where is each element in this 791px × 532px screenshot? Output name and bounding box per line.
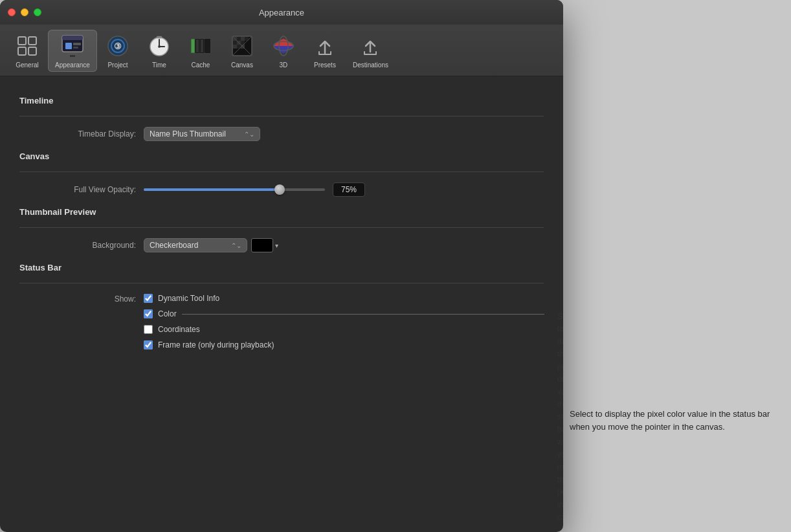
svg-rect-23 [205, 39, 210, 53]
app-window: Appearance General [0, 0, 563, 532]
svg-rect-10 [70, 55, 75, 57]
svg-rect-25 [196, 39, 199, 52]
swatch-dropdown-arrow[interactable]: ▾ [275, 242, 278, 249]
destinations-icon [357, 33, 383, 59]
coordinates-label: Coordinates [158, 325, 200, 334]
timeline-title: Timeline [19, 96, 544, 105]
svg-rect-24 [192, 39, 194, 52]
toolbar-item-project[interactable]: ③ Project [97, 30, 139, 72]
toolbar-item-3d[interactable]: 3D [263, 30, 304, 72]
background-select[interactable]: Checkerboard ⌃⌄ [144, 238, 247, 252]
toolbar-item-canvas[interactable]: Canvas [221, 30, 263, 72]
appearance-label: Appearance [55, 61, 90, 69]
external-tooltip: Select to display the pixel color value … [563, 401, 777, 440]
checkbox-row-frame-rate: Frame rate (only during playback) [144, 340, 544, 349]
color-label: Color [158, 309, 177, 318]
timebar-display-value: Name Plus Thumbnail [150, 129, 226, 139]
toolbar-item-cache[interactable]: Cache [180, 30, 221, 72]
traffic-lights [8, 8, 41, 16]
thumbnail-preview-section: Thumbnail Preview Background: Checkerboa… [19, 207, 544, 252]
svg-rect-9 [68, 53, 77, 55]
presets-label: Presets [314, 61, 336, 69]
project-label: Project [107, 61, 128, 69]
thumbnail-preview-title: Thumbnail Preview [19, 207, 544, 217]
toolbar-item-presets[interactable]: Presets [304, 30, 346, 72]
svg-rect-29 [237, 37, 241, 41]
toolbar-item-general[interactable]: General [6, 30, 48, 72]
status-bar-title: Status Bar [19, 263, 544, 272]
opacity-value: 75% [333, 183, 365, 197]
external-tooltip-text: Select to display the pixel color value … [570, 409, 770, 432]
color-swatch[interactable] [251, 238, 273, 252]
general-label: General [16, 61, 39, 69]
svg-rect-8 [73, 47, 78, 49]
canvas-label: Canvas [231, 61, 253, 69]
opacity-row: Full View Opacity: 75% [19, 183, 544, 197]
svg-rect-3 [28, 47, 36, 55]
timebar-display-arrow: ⌃⌄ [244, 131, 254, 138]
project-icon: ③ [105, 33, 131, 59]
toolbar-item-destinations[interactable]: Destinations [346, 30, 396, 72]
canvas-section: Canvas Full View Opacity: 75% [19, 151, 544, 197]
svg-rect-32 [233, 41, 237, 45]
time-icon [146, 33, 172, 59]
destinations-label: Destinations [353, 61, 388, 69]
coordinates-checkbox[interactable] [144, 325, 153, 334]
checkbox-row-color: Color [144, 309, 177, 318]
3d-icon [271, 33, 296, 59]
content-area: Timeline Timebar Display: Name Plus Thum… [0, 76, 563, 532]
toolbar: General Appearance [0, 25, 563, 76]
svg-rect-1 [28, 37, 36, 45]
tooltip-text: Select to display the pixel color value … [557, 311, 563, 524]
canvas-icon [229, 33, 255, 59]
presets-icon [312, 33, 338, 59]
opacity-slider-container: 75% [144, 183, 365, 197]
toolbar-item-time[interactable]: Time [139, 30, 180, 72]
svg-text:③: ③ [114, 41, 122, 51]
color-checkbox[interactable] [144, 309, 153, 318]
checkbox-group: Dynamic Tool Info Color Coordinates [144, 294, 544, 356]
canvas-title: Canvas [19, 151, 544, 161]
frame-rate-label: Frame rate (only during playback) [158, 340, 274, 349]
tooltip-container: Select to display the pixel color value … [557, 311, 563, 524]
show-row: Show: Dynamic Tool Info Color [19, 294, 544, 524]
toolbar-item-appearance[interactable]: Appearance [48, 30, 97, 72]
timebar-display-label: Timebar Display: [32, 129, 136, 139]
dynamic-tool-info-checkbox[interactable] [144, 294, 153, 303]
titlebar: Appearance [0, 0, 563, 25]
background-arrow: ⌃⌄ [231, 242, 241, 249]
svg-rect-30 [241, 37, 245, 41]
3d-label: 3D [280, 61, 288, 69]
opacity-label: Full View Opacity: [32, 185, 136, 194]
window-title: Appearance [259, 8, 304, 17]
background-row: Background: Checkerboard ⌃⌄ ▾ [19, 238, 544, 252]
timeline-section: Timeline Timebar Display: Name Plus Thum… [19, 96, 544, 141]
svg-rect-0 [18, 37, 26, 45]
frame-rate-checkbox[interactable] [144, 340, 153, 349]
svg-rect-2 [18, 47, 26, 55]
background-label: Background: [32, 241, 136, 250]
background-value: Checkerboard [150, 241, 198, 250]
opacity-slider-track[interactable] [144, 188, 325, 191]
cache-icon [188, 33, 214, 59]
status-bar-section: Status Bar Show: Dynamic Tool Info Color [19, 263, 544, 532]
color-connector-line [182, 314, 544, 315]
checkbox-row-coordinates: Coordinates [144, 325, 544, 334]
show-label: Show: [32, 294, 136, 304]
dynamic-tool-info-label: Dynamic Tool Info [158, 294, 219, 303]
minimize-button[interactable] [21, 8, 28, 16]
opacity-slider-fill [144, 188, 280, 191]
maximize-button[interactable] [34, 8, 41, 16]
color-row-wrapper: Color [144, 309, 544, 318]
svg-rect-26 [201, 39, 203, 52]
close-button[interactable] [8, 8, 16, 16]
timebar-display-select[interactable]: Name Plus Thumbnail ⌃⌄ [144, 127, 260, 141]
svg-rect-5 [62, 36, 83, 40]
checkbox-row-dynamic-tool-info: Dynamic Tool Info [144, 294, 544, 303]
time-label: Time [152, 61, 166, 69]
opacity-slider-thumb[interactable] [274, 184, 285, 195]
timebar-display-row: Timebar Display: Name Plus Thumbnail ⌃⌄ [19, 127, 544, 141]
svg-rect-18 [157, 36, 162, 38]
svg-rect-7 [73, 43, 81, 45]
svg-rect-6 [65, 43, 72, 49]
